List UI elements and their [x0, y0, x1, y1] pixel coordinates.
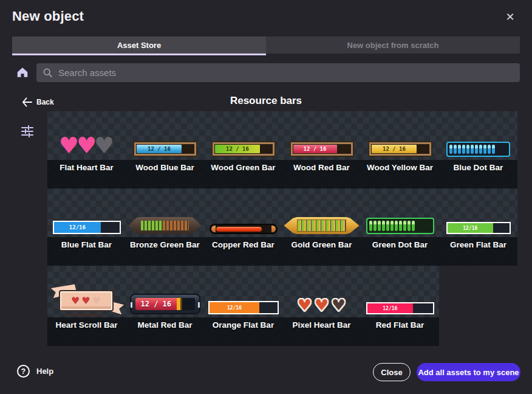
asset-tile-wood-green-bar[interactable]: 12 / 16 Wood Green Bar [204, 111, 282, 188]
asset-label: Copper Red Bar [204, 237, 282, 266]
green-flat-bar-preview: 12/16 [446, 222, 511, 234]
bar-value: 12 / 16 [383, 146, 406, 152]
flat-heart-bar-preview: ♥ ♥ ♥ [47, 111, 126, 160]
asset-label: Metal Red Bar [126, 317, 204, 346]
tab-asset-store[interactable]: Asset Store [12, 36, 266, 54]
close-button[interactable]: Close [373, 363, 411, 381]
page-title: New object [12, 9, 84, 24]
help-button[interactable]: ? Help [17, 365, 53, 378]
asset-label: Wood Yellow Bar [361, 160, 439, 188]
asset-label: Green Dot Bar [361, 237, 439, 266]
bar-value: 12/16 [69, 224, 86, 230]
home-icon[interactable] [16, 66, 29, 79]
asset-label: Wood Red Bar [282, 160, 361, 188]
bar-value: 12/16 [383, 306, 397, 311]
asset-tile-red-flat-bar[interactable]: 12/16 Red Flat Bar [361, 266, 439, 346]
asset-label: Bronze Green Bar [126, 237, 204, 266]
bar-value: 12 / 16 [226, 146, 249, 152]
question-glyph: ? [21, 367, 26, 376]
asset-tile-gold-green-bar[interactable]: Gold Green Bar [282, 188, 361, 266]
heart-icon: ♥ [81, 296, 90, 306]
asset-tile-wood-blue-bar[interactable]: 12 / 16 Wood Blue Bar [126, 111, 204, 188]
heart-icon: ♥ [71, 296, 80, 306]
tab-bar: Asset Store New object from scratch [12, 36, 520, 54]
asset-tile-blue-dot-bar[interactable]: Blue Dot Bar [439, 111, 517, 188]
help-label: Help [36, 367, 53, 376]
red-flat-bar-preview: 12/16 [366, 302, 434, 314]
asset-tile-green-dot-bar[interactable]: Green Dot Bar [361, 188, 439, 266]
blue-dot-bar-preview [446, 142, 510, 157]
pixel-heart-bar-preview: ♥ ♥ ♥ [282, 266, 361, 317]
bar-value: 12 / 16 [135, 298, 177, 310]
asset-label: Green Flat Bar [439, 237, 517, 266]
filter-icon[interactable] [20, 123, 35, 138]
asset-label: Heart Scroll Bar [47, 317, 126, 346]
asset-grid-row-2: 12/16 Blue Flat Bar Bronze Green Bar Cop… [47, 188, 517, 266]
close-icon[interactable]: ✕ [503, 10, 517, 24]
bar-value: 12 / 16 [304, 146, 327, 152]
tab-new-object-from-scratch[interactable]: New object from scratch [266, 36, 520, 54]
wood-red-bar-preview: 12 / 16 [290, 141, 354, 157]
banner-shadow [64, 313, 106, 317]
green-dot-bar-preview [366, 218, 434, 234]
back-button[interactable]: Back [22, 95, 54, 109]
wood-yellow-bar-preview: 12 / 16 [368, 141, 432, 157]
asset-label: Pixel Heart Bar [282, 317, 361, 346]
asset-tile-blue-flat-bar[interactable]: 12/16 Blue Flat Bar [47, 188, 126, 266]
asset-tile-wood-red-bar[interactable]: 12 / 16 Wood Red Bar [282, 111, 361, 188]
heart-scroll-bar-preview: ♥ ♥ ♥ [50, 283, 123, 316]
new-object-dialog: New object ✕ Asset Store New object from… [0, 0, 532, 394]
search-box[interactable] [36, 63, 520, 82]
bar-value: 12 / 16 [148, 146, 171, 152]
wood-green-bar-preview: 12 / 16 [211, 141, 276, 157]
asset-tile-metal-red-bar[interactable]: 12 / 16 Metal Red Bar [126, 266, 204, 346]
asset-label: Red Flat Bar [361, 317, 439, 346]
add-all-assets-button[interactable]: Add all assets to my scene [417, 363, 520, 381]
asset-grid-row-3: ♥ ♥ ♥ Heart Scroll Bar 12 / 16 Metal Red… [47, 266, 439, 346]
asset-label: Orange Flat Bar [204, 317, 282, 346]
help-icon: ? [17, 365, 30, 378]
asset-label: Gold Green Bar [282, 237, 361, 266]
heart-icon-empty: ♥ [331, 297, 347, 314]
asset-tile-wood-yellow-bar[interactable]: 12 / 16 Wood Yellow Bar [361, 111, 439, 188]
asset-tile-green-flat-bar[interactable]: 12/16 Green Flat Bar [439, 188, 517, 266]
copper-red-bar-preview [210, 224, 278, 234]
asset-tile-orange-flat-bar[interactable]: 12/16 Orange Flat Bar [204, 266, 282, 346]
asset-tile-bronze-green-bar[interactable]: Bronze Green Bar [126, 188, 204, 266]
search-input[interactable] [58, 67, 514, 78]
metal-red-bar-preview: 12 / 16 [130, 294, 200, 314]
blue-flat-bar-preview: 12/16 [53, 221, 121, 234]
back-arrow-icon [22, 97, 32, 107]
bar-value: 12/16 [227, 305, 242, 311]
active-tab-indicator [12, 54, 266, 55]
bar-value: 12/16 [463, 226, 477, 231]
back-label: Back [36, 98, 54, 106]
bronze-green-bar-preview [129, 217, 202, 234]
asset-label: Wood Green Bar [204, 160, 282, 188]
asset-grid-row-1: ♥ ♥ ♥ Flat Heart Bar 12 / 16 Wood Blue B… [47, 111, 517, 188]
asset-label: Flat Heart Bar [47, 160, 126, 188]
asset-label: Wood Blue Bar [126, 160, 204, 188]
asset-tile-pixel-heart-bar[interactable]: ♥ ♥ ♥ Pixel Heart Bar [282, 266, 361, 346]
asset-tile-copper-red-bar[interactable]: Copper Red Bar [204, 188, 282, 266]
wood-blue-bar-preview: 12 / 16 [133, 141, 197, 157]
asset-label: Blue Flat Bar [47, 237, 126, 266]
gold-green-bar-preview [284, 217, 360, 234]
asset-tile-heart-scroll-bar[interactable]: ♥ ♥ ♥ Heart Scroll Bar [47, 266, 126, 346]
heart-icon: ♥ [297, 297, 313, 314]
heart-icon-empty: ♥ [94, 134, 114, 157]
heart-icon-empty: ♥ [92, 296, 101, 306]
banner-plate: ♥ ♥ ♥ [60, 291, 112, 310]
heart-icon: ♥ [314, 297, 330, 314]
asset-tile-flat-heart-bar[interactable]: ♥ ♥ ♥ Flat Heart Bar [47, 111, 126, 188]
asset-label: Blue Dot Bar [439, 160, 517, 188]
search-icon [43, 67, 53, 78]
orange-flat-bar-preview: 12/16 [208, 301, 279, 314]
section-title: Resource bars [0, 95, 532, 107]
